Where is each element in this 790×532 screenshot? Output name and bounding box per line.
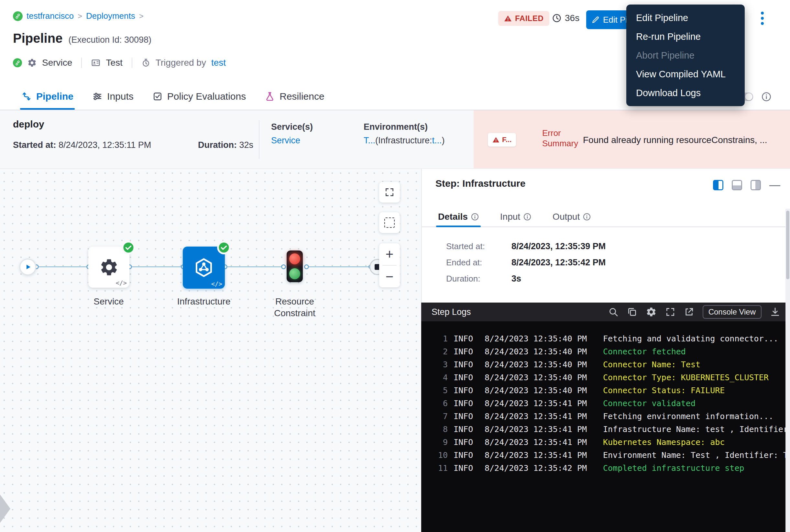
log-search-icon[interactable] <box>608 307 619 317</box>
layout-split-view-icon[interactable] <box>713 180 724 190</box>
error-status-badge: F... <box>488 133 516 147</box>
title-row: Pipeline (Execution Id: 30098) <box>13 31 151 45</box>
log-settings-gear-icon[interactable] <box>646 306 657 318</box>
service-step-node[interactable]: </> <box>88 247 129 288</box>
log-external-link-icon[interactable] <box>684 307 694 317</box>
stage-started: Started at: 8/24/2023, 12:35:11 PM <box>13 140 151 150</box>
scrollbar-thumb[interactable] <box>786 211 789 279</box>
infrastructure-step-node[interactable]: </> <box>183 247 225 289</box>
pipeline-graph-canvas[interactable]: </> Service </> Infrastructure Resource … <box>0 169 421 532</box>
field-ended-at: Ended at: 8/24/2023, 12:35:42 PM <box>446 258 605 268</box>
gear-icon <box>99 257 119 277</box>
menu-item[interactable]: Download Logs <box>626 83 745 102</box>
log-line: 7 INFO 8/24/2023 12:35:41 PM Fetching en… <box>421 410 790 423</box>
left-panel-collapse-handle[interactable] <box>0 494 11 523</box>
node-label-infrastructure: Infrastructure <box>171 296 236 307</box>
tab-resilience[interactable]: Resilience <box>265 83 324 110</box>
breadcrumb-separator: > <box>139 12 143 21</box>
log-fullscreen-icon[interactable] <box>665 307 675 317</box>
tab-output[interactable]: Output <box>553 207 591 227</box>
stage-duration: Duration: 32s <box>198 140 253 150</box>
pipeline-meta-row: Service Test Triggered by test <box>13 56 226 70</box>
test-name: Test <box>106 58 122 68</box>
zoom-out-button[interactable]: − <box>379 266 400 287</box>
vertical-scrollbar[interactable] <box>786 209 790 532</box>
tab-details[interactable]: Details <box>438 207 479 227</box>
step-panel-tabs: Details Input Output <box>422 207 790 227</box>
id-card-icon <box>91 58 101 68</box>
layout-right-view-icon[interactable] <box>751 180 761 190</box>
step-logs-console: Step Logs Console View 1 INFO 8/24/2023 … <box>421 303 790 532</box>
gear-icon <box>27 58 37 68</box>
info-icon[interactable] <box>583 213 591 221</box>
step-detail-fields: Started at: 8/24/2023, 12:35:39 PM Ended… <box>446 242 605 284</box>
log-line: 6 INFO 8/24/2023 12:35:41 PM Connector v… <box>421 397 790 410</box>
tab-policy-evaluations[interactable]: Policy Evaluations <box>152 83 246 110</box>
execution-id: (Execution Id: 30098) <box>68 35 151 45</box>
pipeline-options-menu: Edit Pipeline Re-run Pipeline Abort Pipe… <box>626 4 745 106</box>
canvas-fullscreen-button[interactable] <box>379 182 400 203</box>
info-icon[interactable] <box>471 213 479 221</box>
log-lines: 1 INFO 8/24/2023 12:35:40 PM Fetching an… <box>421 321 790 532</box>
status-badge: FAILED <box>498 11 549 26</box>
field-started-at: Started at: 8/24/2023, 12:35:39 PM <box>446 242 605 251</box>
log-download-icon[interactable] <box>770 307 780 317</box>
play-icon <box>24 263 32 271</box>
services-label: Service(s) <box>271 122 313 132</box>
log-line: 3 INFO 8/24/2023 12:35:40 PM Connector N… <box>421 358 790 371</box>
error-summary-message: Found already running resourceConstrains… <box>583 135 782 145</box>
menu-item[interactable]: Abort Pipeline <box>626 46 745 65</box>
inputs-icon <box>92 91 102 101</box>
menu-item[interactable]: Re-run Pipeline <box>626 27 745 46</box>
zoom-in-button[interactable]: + <box>379 243 400 265</box>
services-value-link[interactable]: Service <box>271 136 300 146</box>
edge-endpoint <box>304 264 309 269</box>
console-view-button[interactable]: Console View <box>702 305 762 319</box>
pipeline-start-node[interactable] <box>19 259 36 276</box>
canvas-marquee-select-button[interactable] <box>379 212 400 233</box>
triggered-by-label: Triggered by <box>156 58 206 68</box>
log-copy-icon[interactable] <box>627 307 637 317</box>
warning-icon <box>504 15 512 22</box>
clock-icon <box>552 13 562 23</box>
info-icon[interactable] <box>762 92 771 101</box>
pipeline-icon <box>21 91 32 101</box>
resilience-flask-icon <box>265 91 275 101</box>
step-panel-title: Step: Infrastructure <box>436 178 525 189</box>
error-summary-label: Error Summary <box>542 128 582 149</box>
tab-pipeline[interactable]: Pipeline <box>21 83 73 110</box>
info-icon[interactable] <box>523 213 531 221</box>
environments-label: Environment(s) <box>364 122 428 132</box>
traffic-light-red <box>289 253 300 264</box>
tab-input[interactable]: Input <box>500 207 531 227</box>
step-logs-header: Step Logs Console View <box>421 303 790 321</box>
layout-bottom-view-icon[interactable] <box>732 180 742 190</box>
node-label-service: Service <box>76 296 141 307</box>
menu-item[interactable]: View Compiled YAML <box>626 65 745 83</box>
cd-module-icon <box>13 11 23 21</box>
triggered-by-user-link[interactable]: test <box>211 58 226 68</box>
cd-module-icon <box>13 58 22 67</box>
more-options-kebab-icon[interactable] <box>761 12 764 25</box>
log-line: 10 INFO 8/24/2023 12:35:41 PM Environmen… <box>421 449 790 462</box>
step-panel-layout-controls: — <box>713 180 778 190</box>
node-label-resource-constraint: Resource Constraint <box>267 296 322 319</box>
breadcrumb-deployments-link[interactable]: Deployments <box>86 11 135 21</box>
environments-value-link[interactable]: T...(Infrastructure:t...) <box>364 136 445 146</box>
menu-item[interactable]: Edit Pipeline <box>626 8 745 27</box>
breadcrumb-project-link[interactable]: testfrancisco <box>26 11 74 21</box>
log-line: 4 INFO 8/24/2023 12:35:40 PM Connector T… <box>421 371 790 384</box>
code-tag-icon: </> <box>211 280 222 287</box>
service-name: Service <box>42 58 72 68</box>
resource-constraint-step-node[interactable] <box>287 250 303 282</box>
execution-duration: 36s <box>552 13 579 23</box>
step-details-panel: Step: Infrastructure — Details Input Out… <box>421 169 790 303</box>
minimize-panel-icon[interactable]: — <box>769 180 778 190</box>
tab-inputs[interactable]: Inputs <box>92 83 134 110</box>
marquee-icon <box>384 217 395 228</box>
divider <box>81 58 82 68</box>
expand-icon <box>384 187 395 197</box>
stage-name: deploy <box>13 119 44 130</box>
log-line: 11 INFO 8/24/2023 12:35:42 PM Completed … <box>421 462 790 475</box>
stage-summary-bar: deploy Started at: 8/24/2023, 12:35:11 P… <box>0 110 790 169</box>
